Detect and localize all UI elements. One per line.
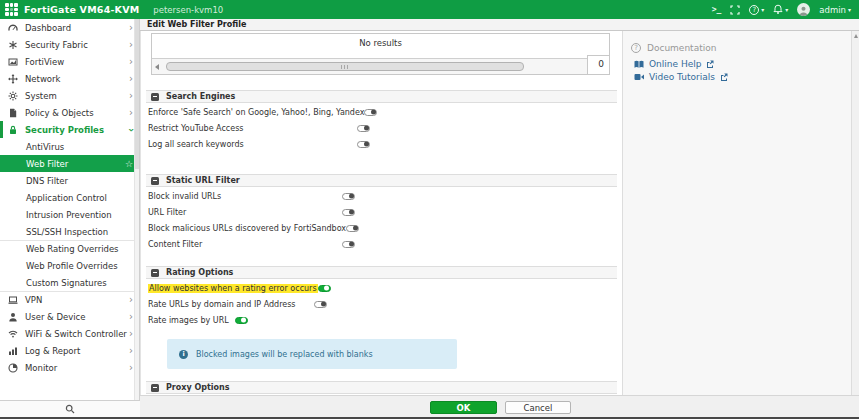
sidebar-item-label: VPN [25,295,42,305]
sidebar-item-network[interactable]: Network› [0,70,139,87]
help-icon: ? [749,5,759,15]
cli-console-icon[interactable]: >_ [712,5,722,14]
sidebar-item-antivirus[interactable]: AntiVirus [0,138,139,155]
option-row: Log all search keywords [148,136,370,152]
scrollbar-thumb[interactable] [166,62,524,71]
chevron-right-icon: › [129,295,133,305]
sidebar-item-web-profile-overrides[interactable]: Web Profile Overrides [0,257,139,274]
sidebar-item-dashboard[interactable]: Dashboard› [0,19,139,36]
sidebar-item-label: Monitor [25,363,57,373]
highlighted-option-label: Allow websites when a rating error occur… [148,284,318,293]
sidebar-item-vpn[interactable]: VPN› [0,291,139,308]
avatar[interactable] [797,3,810,16]
chevron-right-icon: › [129,363,133,373]
toggle-rate-urls-by-domain[interactable] [314,301,327,308]
option-row: URL Filter [148,204,355,220]
sidebar-item-ssl-ssh-inspection[interactable]: SSL/SSH Inspection [0,223,139,240]
notifications-menu[interactable]: ▾ [773,4,788,15]
toggle-safe-search[interactable] [364,109,377,116]
user-icon [8,311,19,322]
sidebar-item-custom-signatures[interactable]: Custom Signatures [0,274,139,291]
sidebar-item-dns-filter[interactable]: DNS Filter [0,172,139,189]
online-help-link[interactable]: Online Help [634,59,851,69]
cancel-button[interactable]: Cancel [505,401,571,414]
ok-button[interactable]: OK [430,401,497,414]
option-row: Enforce 'Safe Search' on Google, Yahoo!,… [148,104,377,120]
toggle-allow-rating-error[interactable] [318,285,331,292]
chevron-right-icon: › [129,74,133,84]
toggle-url-filter[interactable] [342,209,355,216]
edit-profile-form: No results 0 Search Engines Enforce 'Saf… [140,31,622,395]
option-label: Enforce 'Safe Search' on Google, Yahoo!,… [148,108,364,117]
sidebar-item-security-fabric[interactable]: Security Fabric› [0,36,139,53]
sidebar-item-web-rating-overrides[interactable]: Web Rating Overrides [0,240,139,257]
bell-icon [773,4,783,15]
sidebar-nav: Dashboard› Security Fabric› FortiView› N… [0,19,140,417]
option-label: Rate URLs by domain and IP Address [148,300,314,309]
option-label: Content Filter [148,240,342,249]
collapse-icon[interactable] [151,384,159,392]
sidebar-item-fortiview[interactable]: FortiView› [0,53,139,70]
sidebar-item-application-control[interactable]: Application Control [0,189,139,206]
sidebar-item-web-filter[interactable]: Web Filter ☆ [0,155,139,172]
chevron-right-icon: › [129,40,133,50]
page-scrollbar[interactable] [851,31,859,417]
hostname-tab[interactable]: petersen-kvm10 [153,5,223,15]
admin-menu[interactable]: admin▾ [819,5,851,15]
form-footer: OK Cancel [140,395,859,417]
option-label: Block invalid URLs [148,192,342,201]
section-title: Search Engines [166,92,235,101]
toggle-log-search-keywords[interactable] [357,141,370,148]
section-header-proxy-options: Proxy Options [146,381,617,394]
sidebar-item-security-profiles[interactable]: Security Profiles› [0,121,139,138]
sidebar-scrollbar[interactable] [134,19,139,400]
sidebar-item-intrusion-prevention[interactable]: Intrusion Prevention [0,206,139,223]
collapse-icon[interactable] [151,93,159,101]
section-title: Rating Options [166,268,233,277]
chevron-right-icon: › [129,108,133,118]
help-menu[interactable]: ?▾ [749,5,764,15]
toggle-restrict-youtube[interactable] [357,125,370,132]
collapse-icon[interactable] [151,269,159,277]
section-header-static-url-filter: Static URL Filter [146,174,617,187]
sidebar-item-label: SSL/SSH Inspection [26,227,108,237]
section-title: Static URL Filter [166,176,240,185]
toggle-content-filter[interactable] [342,241,355,248]
sidebar-item-log-report[interactable]: Log & Report› [0,342,139,359]
sidebar-item-label: Security Fabric [25,40,88,50]
sidebar-item-monitor[interactable]: Monitor› [0,359,139,376]
table-row-count: 0 [587,55,609,74]
sidebar-search[interactable] [0,400,140,417]
sidebar-item-system[interactable]: System› [0,87,139,104]
sidebar-item-label: Policy & Objects [25,108,94,118]
sidebar-item-label: FortiView [25,57,64,67]
scroll-left-arrow-icon[interactable] [155,64,159,70]
sidebar-item-wifi-switch-controller[interactable]: WiFi & Switch Controller› [0,325,139,342]
option-label: Log all search keywords [148,140,357,149]
video-tutorials-link[interactable]: Video Tutorials [634,72,851,82]
sidebar-item-policy-objects[interactable]: Policy & Objects› [0,104,139,121]
search-icon [65,404,75,414]
toggle-block-invalid-urls[interactable] [342,193,355,200]
fortigate-app: FortiGate VM64-KVM petersen-kvm10 >_ ?▾ … [0,0,859,419]
option-row: Restrict YouTube Access [148,120,370,136]
collapse-icon[interactable] [151,177,159,185]
option-row: Rate images by URL [148,312,248,328]
toggle-block-malicious-urls[interactable] [346,225,359,232]
sidebar-item-label: Web Rating Overrides [26,244,119,254]
fullscreen-icon[interactable] [730,5,740,15]
option-label: Rate images by URL [148,316,229,325]
toggle-rate-images-by-url[interactable] [235,317,248,324]
admin-label: admin [819,5,846,15]
chevron-right-icon: › [129,312,133,322]
sidebar-item-user-device[interactable]: User & Device› [0,308,139,325]
page-title: Edit Web Filter Profile [140,19,859,31]
sidebar-item-label: Security Profiles [25,125,104,135]
sidebar-item-label: AntiVirus [26,142,64,152]
chevron-right-icon: › [129,23,133,33]
documentation-title: ? Documentation [631,43,851,53]
table-horizontal-scrollbar[interactable] [152,58,609,74]
external-link-icon [706,60,714,68]
favorite-star-icon[interactable]: ☆ [125,159,133,169]
scroll-up-arrow-icon[interactable] [854,34,858,38]
